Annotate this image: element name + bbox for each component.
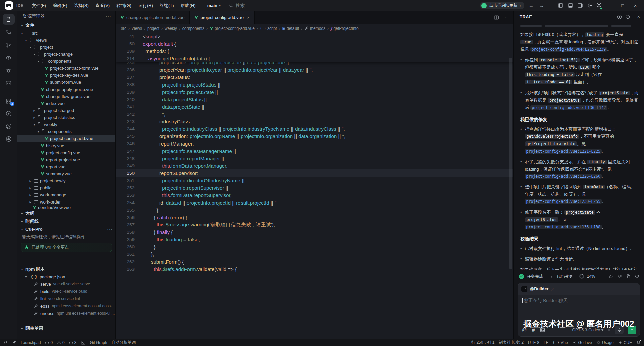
breadcrumb-src[interactable]: src: [121, 26, 126, 31]
source-control-icon[interactable]: [3, 40, 15, 50]
breadcrumb-methods[interactable]: methods: [304, 26, 325, 31]
breadcrumb-weekly[interactable]: weekly: [165, 26, 177, 31]
tree-item-pendingview-vue[interactable]: pendingView.vue: [17, 206, 115, 209]
branch-selector[interactable]: main ▾: [207, 3, 221, 8]
breadcrumb-script[interactable]: ( )script: [260, 26, 277, 31]
toggle-bottom-panel-button[interactable]: [567, 3, 574, 8]
model-selector[interactable]: GPT-5.3-Codex ▾: [572, 328, 603, 332]
status-vue[interactable]: { }Vue: [553, 340, 568, 345]
menu-转到-g[interactable]: 转到(G): [113, 2, 135, 10]
agent-config-icon[interactable]: ⤬: [551, 287, 554, 291]
code-diff-label[interactable]: 代码变更: [557, 274, 573, 279]
cuepro-progress-pill[interactable]: 已处理 0/0 个变更点: [21, 243, 112, 252]
tree-item-project[interactable]: ▾project: [17, 44, 115, 51]
send-button[interactable]: ↑: [628, 326, 636, 334]
search-sidebar-icon[interactable]: [3, 27, 15, 38]
tree-item-work-order[interactable]: ▸work-order: [17, 198, 115, 206]
tree-item-project-config-vue[interactable]: project-config.vue: [17, 149, 115, 156]
tab-change-application-modal-vue[interactable]: change-application-modal.vue: [116, 11, 190, 24]
settings-gear-icon[interactable]: [587, 2, 593, 9]
window-minimize-button[interactable]: –: [605, 3, 614, 8]
files-section-header[interactable]: ▾ 文件: [17, 21, 115, 30]
status-branch[interactable]: [3, 340, 8, 345]
code-preview-icon[interactable]: [3, 78, 15, 89]
agent-selector[interactable]: @Builder ⤬: [518, 283, 640, 295]
file-link[interactable]: project-config-add.vue:L230-L255: [525, 199, 602, 204]
tree-item-work-manage[interactable]: ▸work-manage: [17, 191, 115, 198]
npm-script-uneoss[interactable]: uneossnpm uni eoss-element eoss-ui ...: [17, 310, 115, 317]
tree-item-components[interactable]: ▾components: [17, 128, 115, 135]
explorer-icon[interactable]: [3, 14, 15, 25]
breadcrumb-project[interactable]: project: [147, 26, 159, 31]
tree-item-project-statistics[interactable]: ▸project-statistics: [17, 114, 115, 121]
menu-查看-v[interactable]: 查看(V): [92, 2, 113, 10]
tree-item-project-change[interactable]: ▾project-change: [17, 51, 115, 58]
menu-选择-s[interactable]: 选择(S): [70, 2, 92, 10]
outline-section-header[interactable]: ▸ 大纲: [17, 209, 115, 217]
tree-item-report-vue[interactable]: report.vue: [17, 163, 115, 170]
tree-item-components[interactable]: ▾components: [17, 58, 115, 65]
status-自动分析单词[interactable]: 自动分析单词: [111, 340, 136, 345]
status-git-graph[interactable]: Git Graph: [90, 340, 107, 345]
tree-item-src[interactable]: ▾src: [17, 30, 115, 37]
breadcrumb-default[interactable]: ▣default: [282, 26, 299, 31]
tree-item-index-vue[interactable]: index.vue: [17, 100, 115, 107]
npm-script-serve[interactable]: servevue-cli-service serve: [17, 280, 115, 288]
new-chat-icon[interactable]: [617, 14, 622, 19]
toggle-left-panel-button[interactable]: [557, 3, 564, 8]
tree-item-weekly[interactable]: ▾weekly: [17, 121, 115, 128]
copy-icon[interactable]: [626, 274, 631, 279]
menu-运行-r[interactable]: 运行(R): [135, 2, 156, 10]
nav-back-button[interactable]: ←: [528, 3, 535, 8]
npm-script-build[interactable]: buildvue-cli-service build: [17, 288, 115, 295]
tree-item-project-key-des-vue[interactable]: project-key-des.vue: [17, 72, 115, 79]
status-usage[interactable]: Usage: [596, 340, 614, 345]
tree-item-project-charged[interactable]: ▸project-charged: [17, 107, 115, 114]
breadcrumb-getprojectinfo[interactable]: ƒgetProjectInfo: [331, 26, 359, 31]
status-bell[interactable]: [636, 340, 641, 345]
status-utf-8[interactable]: UTF-8: [528, 340, 539, 345]
tree-item-views[interactable]: ▾views: [17, 37, 115, 44]
npm-scripts-section-header[interactable]: ▾ npm 脚本: [17, 265, 115, 273]
status-0[interactable]: 0: [57, 340, 65, 345]
menu-帮助-h[interactable]: 帮助(H): [177, 2, 199, 10]
breadcrumb-views[interactable]: views: [132, 26, 142, 31]
watch-eye-icon[interactable]: [3, 52, 15, 63]
regenerate-icon[interactable]: [635, 274, 639, 279]
tree-item-project-newly[interactable]: ▸project-newly: [17, 177, 115, 184]
tree-item-change-apply-group-vue[interactable]: change-apply-group.vue: [17, 86, 115, 93]
file-link[interactable]: project-config-add.vue:L136-L142: [530, 105, 607, 110]
npm-script-package-json[interactable]: ▾{ }package.json: [17, 273, 115, 280]
nav-forward-button[interactable]: →: [538, 3, 545, 8]
attach-image-icon[interactable]: [539, 327, 546, 333]
npm-script-lint[interactable]: lintvue-cli-service lint: [17, 295, 115, 302]
breadcrumb-components[interactable]: components: [182, 26, 204, 31]
status-3[interactable]: 3: [69, 340, 77, 345]
cuepro-more-icon[interactable]: ···: [107, 227, 113, 232]
tree-item-submit-form-vue[interactable]: submit-form.vue: [17, 79, 115, 86]
sparkle-icon[interactable]: [607, 328, 611, 332]
app-logo-icon[interactable]: [5, 1, 13, 10]
status-制表符长度-2[interactable]: 制表符长度: 2: [499, 340, 523, 345]
status-launchpad[interactable]: Launchpad: [21, 340, 41, 345]
close-panel-icon[interactable]: ×: [637, 14, 640, 19]
file-link[interactable]: project-config-add.vue:L136-L138: [525, 225, 602, 229]
file-link[interactable]: project-config-add.vue:L226-L260: [525, 174, 602, 179]
tab-project-config-add-vue[interactable]: project-config-add.vue×: [190, 11, 254, 24]
debug-bug-icon[interactable]: [3, 65, 15, 76]
status-lf[interactable]: LF: [544, 340, 548, 345]
community-circle-icon[interactable]: [3, 134, 15, 145]
global-search[interactable]: 搜索: [229, 3, 245, 9]
tree-item-report-project-vue[interactable]: report-project.vue: [17, 156, 115, 163]
cuepro-section-header[interactable]: ▾ Cue-Pro ···: [17, 225, 115, 233]
timeline-section-header[interactable]: ▸ 时间线: [17, 217, 115, 225]
window-close-button[interactable]: ×: [631, 3, 640, 8]
thumbs-up-icon[interactable]: [608, 274, 613, 279]
editor-more-actions-icon[interactable]: ···: [503, 14, 508, 21]
voice-input-button[interactable]: [615, 326, 624, 334]
mention-icon[interactable]: @: [521, 327, 527, 333]
extensions-icon[interactable]: 3: [3, 96, 15, 106]
file-link[interactable]: project-config-add.vue:L215-L239: [530, 47, 607, 52]
code-editor[interactable]: 41<script>50export default {189 methods:…: [116, 33, 513, 339]
menu-终端-t[interactable]: 终端(T): [156, 2, 177, 10]
